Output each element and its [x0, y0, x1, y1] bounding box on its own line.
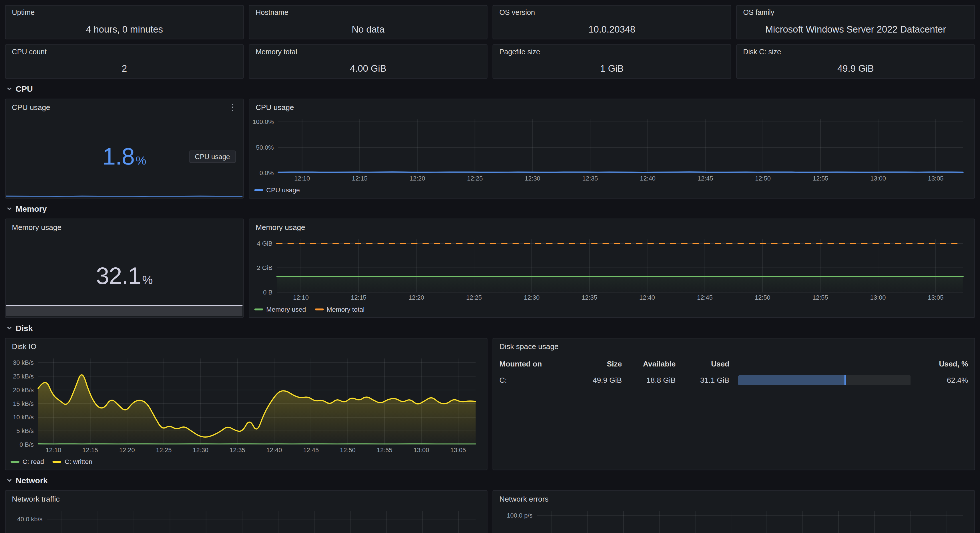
disk-io-chart[interactable]: 0 B/s5 kB/s10 kB/s15 kB/s20 kB/s25 kB/s3… — [10, 355, 482, 467]
legend-item[interactable]: C: read — [11, 458, 44, 465]
panel-title[interactable]: CPU usage — [12, 103, 50, 112]
chart-svg: 0 B2 GiB4 GiB12:1012:1512:2012:2512:3012… — [253, 235, 969, 303]
stat-value: 49.9 GiB — [741, 63, 971, 74]
memory-row: Memory usage 32.1 % Memory usage 0 B2 Gi… — [5, 219, 975, 318]
chevron-down-icon — [6, 477, 13, 483]
cell-mounted-on: C: — [500, 376, 568, 385]
stat-row-1: Uptime 4 hours, 0 minutes Hostname No da… — [5, 5, 975, 39]
table-row: C: 49.9 GiB 18.8 GiB 31.1 GiB 62.4% — [500, 372, 968, 389]
section-title: Memory — [16, 204, 47, 213]
x-axis-tick-label: 13:05 — [928, 175, 944, 182]
panel-title[interactable]: OS family — [743, 9, 774, 16]
x-axis-tick-label: 12:25 — [467, 175, 483, 182]
cell-size: 49.9 GiB — [577, 376, 622, 385]
section-header-disk[interactable]: Disk — [6, 323, 975, 333]
x-axis-tick-label: 12:45 — [697, 294, 713, 301]
chevron-down-icon — [6, 205, 13, 212]
panel-memory-usage-chart: Memory usage 0 B2 GiB4 GiB12:1012:1512:2… — [249, 219, 975, 318]
panel-title[interactable]: Uptime — [12, 9, 35, 16]
series-area — [38, 375, 476, 444]
stat-value: 10.0.20348 — [497, 24, 727, 34]
section-header-network[interactable]: Network — [6, 475, 975, 485]
col-header-used[interactable]: Used — [684, 360, 729, 368]
x-axis-tick-label: 12:20 — [409, 175, 425, 182]
x-axis-tick-label: 12:15 — [82, 446, 98, 454]
section-title: CPU — [16, 84, 33, 94]
stat-panel-disk-c-size: Disk C: size 49.9 GiB — [736, 44, 975, 79]
legend-item[interactable]: Memory used — [255, 305, 306, 313]
cell-used: 31.1 GiB — [684, 376, 729, 385]
legend-item[interactable]: C: written — [53, 458, 92, 465]
panel-disk-space-usage-table: Disk space usage Mounted on Size Availab… — [493, 338, 975, 470]
y-axis-tick-label: 25 kB/s — [13, 373, 34, 380]
chevron-down-icon — [6, 325, 13, 331]
stat-panel-pagefile-size: Pagefile size 1 GiB — [493, 44, 731, 79]
panel-title[interactable]: OS version — [500, 9, 535, 16]
panel-title[interactable]: Network errors — [500, 495, 549, 503]
legend-item[interactable]: Memory total — [315, 305, 364, 313]
section-header-memory[interactable]: Memory — [6, 204, 975, 214]
x-axis-tick-label: 12:15 — [352, 175, 368, 182]
stat-value: 1 GiB — [497, 63, 727, 74]
legend-series-label: Memory total — [327, 305, 365, 313]
used-percent-bar-track — [738, 375, 910, 385]
col-header-size[interactable]: Size — [577, 360, 622, 368]
panel-title[interactable]: Pagefile size — [500, 48, 540, 56]
y-axis-tick-label: 0 B/s — [19, 441, 34, 448]
panel-title[interactable]: Memory usage — [12, 223, 62, 232]
panel-cpu-usage-chart: CPU usage 0.0%50.0%100.0%12:1012:1512:20… — [249, 98, 975, 198]
panel-title[interactable]: Memory usage — [256, 223, 305, 232]
chart-svg: 50.0 p/s100.0 p/s12:1012:1512:2012:2512:… — [497, 507, 969, 533]
disk-row: Disk IO 0 B/s5 kB/s10 kB/s15 kB/s20 kB/s… — [5, 338, 975, 470]
chart-legend: C: readC: written — [10, 456, 482, 467]
panel-title[interactable]: Disk space usage — [500, 342, 558, 351]
network-row: Network traffic 20.0 kb/s40.0 kb/s12:101… — [5, 490, 975, 533]
x-axis-tick-label: 12:50 — [340, 446, 356, 454]
x-axis-tick-label: 12:30 — [192, 446, 208, 454]
stat-panel-uptime: Uptime 4 hours, 0 minutes — [5, 5, 243, 39]
x-axis-tick-label: 12:10 — [46, 446, 62, 454]
panel-network-traffic-chart: Network traffic 20.0 kb/s40.0 kb/s12:101… — [5, 490, 487, 533]
x-axis-tick-label: 13:00 — [414, 446, 429, 454]
x-axis-tick-label: 12:20 — [119, 446, 135, 454]
panel-title[interactable]: CPU count — [12, 48, 47, 56]
legend-item[interactable]: CPU usage — [255, 186, 300, 194]
panel-title[interactable]: Hostname — [256, 9, 288, 16]
cpu-row: CPU usage ⋮ 1.8 % CPU usage CPU usage 0.… — [5, 98, 975, 198]
x-axis-tick-label: 12:25 — [466, 294, 482, 301]
network-traffic-chart[interactable]: 20.0 kb/s40.0 kb/s12:1012:1512:2012:2512… — [10, 507, 482, 533]
section-header-cpu[interactable]: CPU — [6, 84, 975, 94]
panel-title[interactable]: Memory total — [256, 48, 297, 56]
y-axis-tick-label: 4 GiB — [257, 240, 273, 247]
y-axis-tick-label: 10 kB/s — [13, 414, 34, 421]
x-axis-tick-label: 12:50 — [755, 294, 770, 301]
x-axis-tick-label: 12:20 — [409, 294, 424, 301]
kebab-menu-icon[interactable]: ⋮ — [226, 102, 239, 112]
chevron-down-icon — [6, 86, 13, 92]
x-axis-tick-label: 12:45 — [698, 175, 713, 182]
x-axis-tick-label: 12:45 — [303, 446, 319, 454]
x-axis-tick-label: 12:25 — [156, 446, 172, 454]
col-header-mounted-on[interactable]: Mounted on — [500, 360, 568, 368]
memory-usage-chart[interactable]: 0 B2 GiB4 GiB12:1012:1512:2012:2512:3012… — [253, 235, 969, 315]
x-axis-tick-label: 12:10 — [293, 294, 309, 301]
y-axis-tick-label: 15 kB/s — [13, 400, 34, 407]
x-axis-tick-label: 12:55 — [813, 294, 828, 301]
cpu-usage-chart[interactable]: 0.0%50.0%100.0%12:1012:1512:2012:2512:30… — [253, 116, 969, 195]
stat-panel-memory-total: Memory total 4.00 GiB — [249, 44, 487, 79]
legend-series-label: C: read — [22, 458, 44, 465]
col-header-used-pct[interactable]: Used, % — [920, 360, 968, 368]
network-errors-chart[interactable]: 50.0 p/s100.0 p/s12:1012:1512:2012:2512:… — [497, 507, 969, 533]
x-axis-tick-label: 13:05 — [450, 446, 466, 454]
stat-panel-os-family: OS family Microsoft Windows Server 2022 … — [736, 5, 975, 39]
panel-title[interactable]: Disk IO — [12, 342, 37, 351]
chart-svg: 0 B/s5 kB/s10 kB/s15 kB/s20 kB/s25 kB/s3… — [10, 355, 482, 456]
col-header-available[interactable]: Available — [631, 360, 676, 368]
panel-title[interactable]: CPU usage — [256, 103, 294, 112]
stat-big-value: 32.1 — [96, 262, 141, 289]
x-axis-tick-label: 12:55 — [813, 175, 829, 182]
legend-series-mark — [255, 308, 263, 310]
panel-title[interactable]: Network traffic — [12, 495, 60, 503]
section-title: Disk — [16, 323, 33, 333]
panel-title[interactable]: Disk C: size — [743, 48, 781, 56]
